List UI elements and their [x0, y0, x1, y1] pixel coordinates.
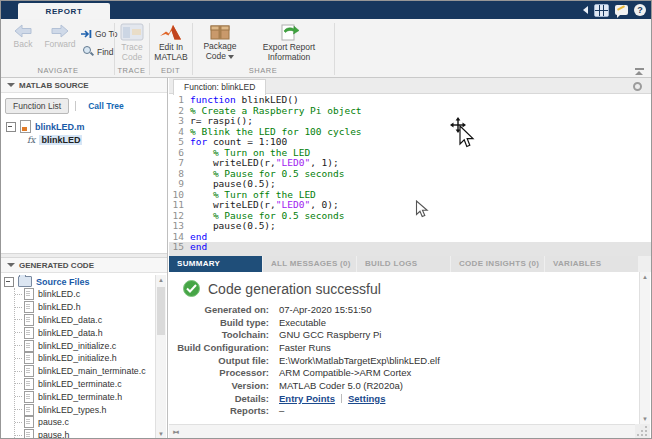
summary-value: ARM Compatible->ARM Cortex: [279, 367, 411, 378]
summary-table: Generated on:07-Apr-2020 15:51:50Build t…: [169, 303, 638, 417]
scroll-up-icon[interactable]: ▲: [640, 272, 650, 282]
left-panel: MATLAB SOURCE Function List Call Tree bl…: [1, 78, 168, 439]
generated-files: blinkLED.cblinkLED.hblinkLED_data.cblink…: [14, 288, 155, 439]
summary-link-entry-points[interactable]: Entry Points: [279, 393, 335, 404]
export-report-button[interactable]: Export Report Information: [249, 23, 329, 62]
function-tab[interactable]: Function: blinkLED: [173, 79, 266, 95]
generated-code-scrollbar[interactable]: ▲ ▼: [155, 275, 166, 439]
generated-file-row[interactable]: blinkLED_data.c: [15, 314, 155, 327]
bottom-tab-all-messages[interactable]: ALL MESSAGES (0): [263, 256, 356, 272]
file-name: blinkLED.c: [38, 289, 80, 299]
code-line[interactable]: 14end: [169, 232, 651, 243]
generated-file-row[interactable]: blinkLED_data.h: [15, 326, 155, 339]
search-icon: [83, 46, 94, 57]
gear-icon[interactable]: [633, 82, 642, 91]
summary-row: Output file:E:\Work\MatlabTargetExp\blin…: [169, 354, 638, 367]
chevron-left-icon[interactable]: [583, 6, 588, 14]
report-ribbon-tab[interactable]: REPORT: [18, 3, 110, 19]
line-number: 13: [169, 221, 184, 232]
scroll-right-icon[interactable]: ►: [169, 425, 181, 439]
status-message: Code generation successful: [208, 281, 381, 297]
file-icon: [24, 288, 34, 300]
summary-row: Processor:ARM Compatible->ARM Cortex: [169, 366, 638, 379]
code-line[interactable]: 13 pause(0.5);: [169, 221, 651, 232]
file-name: blinkLED_initialize.c: [38, 341, 116, 351]
summary-label: Build Configuration:: [169, 342, 279, 353]
generated-file-row[interactable]: pause.c: [15, 416, 155, 429]
source-files-node[interactable]: Source Files: [4, 275, 155, 288]
generated-file-row[interactable]: blinkLED_terminate.h: [15, 390, 155, 403]
scroll-up-icon[interactable]: ▲: [156, 275, 166, 285]
feedback-icon[interactable]: [615, 5, 628, 15]
scrollbar-thumb[interactable]: [157, 287, 165, 335]
scroll-down-icon[interactable]: ▼: [640, 414, 650, 424]
collapse-expander-icon[interactable]: [4, 277, 14, 287]
function-node[interactable]: fx blinkLED: [27, 135, 82, 145]
call-tree-tab[interactable]: Call Tree: [82, 99, 129, 113]
summary-horizontal-scrollbar[interactable]: ◄ ►: [169, 424, 637, 439]
file-icon: [24, 301, 34, 313]
summary-label: Toolchain:: [169, 329, 279, 340]
summary-vertical-scrollbar[interactable]: ▲ ▼: [639, 272, 650, 424]
source-file-node[interactable]: blinkLED.m: [6, 120, 85, 133]
summary-link-settings[interactable]: Settings: [348, 393, 385, 404]
summary-label: Generated on:: [169, 304, 279, 315]
bottom-tab-build-logs[interactable]: BUILD LOGS: [357, 256, 450, 272]
collapse-triangle-icon: [7, 83, 15, 87]
success-check-icon: [183, 280, 200, 297]
package-code-button[interactable]: Package Code: [197, 23, 243, 61]
collapse-expander-icon[interactable]: [6, 122, 16, 132]
edit-in-matlab-button[interactable]: Edit In MATLAB: [151, 23, 191, 62]
summary-row: Version:MATLAB Coder 5.0 (R2020a): [169, 379, 638, 392]
line-number: 1: [169, 95, 184, 106]
matlab-source-header[interactable]: MATLAB SOURCE: [1, 78, 167, 93]
collapse-triangle-icon: [7, 263, 15, 267]
line-number: 3: [169, 116, 184, 127]
generated-file-row[interactable]: blinkLED_initialize.c: [15, 339, 155, 352]
summary-value: Executable: [279, 317, 326, 328]
bottom-tab-summary[interactable]: SUMMARY: [169, 256, 262, 272]
generated-file-row[interactable]: blinkLED_terminate.c: [15, 378, 155, 391]
collapse-ribbon-icon[interactable]: [634, 68, 644, 76]
trace-code-button[interactable]: Trace Code: [117, 23, 147, 62]
generated-file-row[interactable]: blinkLED_main_terminate.c: [15, 365, 155, 378]
share-section-label: SHARE: [192, 66, 334, 75]
summary-row: Toolchain:GNU GCC Raspberry Pi: [169, 328, 638, 341]
layout-grid-icon[interactable]: [594, 4, 609, 17]
scroll-down-icon[interactable]: ▼: [156, 429, 166, 439]
generated-file-row[interactable]: blinkLED.c: [15, 288, 155, 301]
summary-value: Faster Runs: [279, 342, 331, 353]
bottom-tab-strip: SUMMARYALL MESSAGES (0)BUILD LOGSCODE IN…: [169, 256, 651, 272]
edit-section-label: EDIT: [149, 66, 192, 75]
file-icon: [24, 340, 34, 352]
file-icon: [24, 404, 34, 416]
summary-label: Reports:: [169, 405, 279, 416]
code-lines[interactable]: 1function blinkLED()2% Create a Raspberr…: [169, 95, 651, 253]
summary-value: E:\Work\MatlabTargetExp\blinkLED.elf: [279, 355, 440, 366]
generated-code-header[interactable]: GENERATED CODE: [1, 258, 167, 273]
generated-file-row[interactable]: blinkLED.h: [15, 301, 155, 314]
bottom-tab-code-insights[interactable]: CODE INSIGHTS (0): [451, 256, 544, 272]
back-button[interactable]: Back: [5, 24, 41, 50]
bottom-tab-variables[interactable]: VARIABLES: [545, 256, 638, 272]
code-line[interactable]: 15end: [169, 242, 651, 253]
file-name: blinkLED_terminate.c: [38, 379, 122, 389]
summary-value: –: [279, 405, 284, 416]
file-name: blinkLED_terminate.h: [38, 392, 122, 402]
generated-file-row[interactable]: blinkLED_initialize.h: [15, 352, 155, 365]
coder-report-window: REPORT ? Back Forward Go To Find NAVIGAT…: [0, 0, 652, 439]
go-to-icon: [81, 29, 92, 39]
help-icon[interactable]: ?: [634, 4, 646, 16]
forward-button[interactable]: Forward: [41, 24, 79, 50]
file-name: pause.c: [38, 417, 69, 427]
navigate-section-label: NAVIGATE: [7, 66, 109, 75]
generated-file-row[interactable]: blinkLED_types.h: [15, 403, 155, 416]
file-icon: [24, 429, 34, 439]
resize-gripper[interactable]: [635, 424, 650, 439]
find-button[interactable]: Find: [83, 46, 114, 57]
function-list-tab[interactable]: Function List: [5, 98, 69, 114]
file-icon: [24, 314, 34, 326]
generated-file-row[interactable]: pause.h: [15, 429, 155, 439]
summary-row: Build type:Executable: [169, 316, 638, 329]
forward-arrow-icon: [50, 24, 70, 38]
